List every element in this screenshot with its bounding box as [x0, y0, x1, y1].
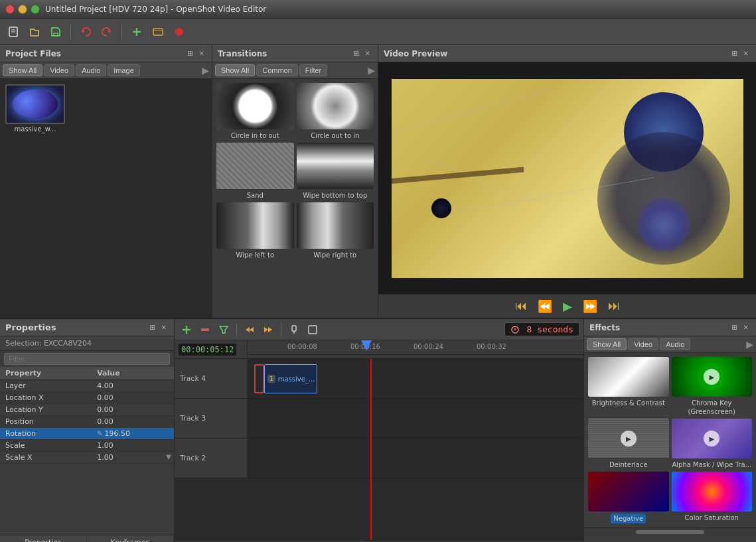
track-2-content[interactable] — [248, 439, 583, 478]
properties-close-icon[interactable]: ✕ — [159, 323, 169, 332]
effect-alpha-mask[interactable]: ▶ Alpha Mask / Wipe Tra... — [672, 419, 753, 469]
timeline-filter-button[interactable] — [216, 322, 232, 338]
effects-panel-title: Effects — [589, 323, 620, 332]
new-button[interactable] — [4, 23, 23, 41]
rewind-button[interactable]: ⏪ — [535, 298, 555, 315]
rewind-start-button[interactable]: ⏮ — [512, 298, 530, 314]
transitions-tab-common[interactable]: Common — [256, 64, 298, 76]
transitions-grid: Circle in to out Circle out to in Sand W… — [212, 79, 378, 263]
close-button[interactable] — [5, 5, 15, 14]
effect-brightness-contrast[interactable]: Brightness & Contrast — [588, 357, 669, 416]
transition-wipe-left[interactable]: Wipe left to — [216, 202, 294, 259]
alphamask-play-icon: ▶ — [704, 431, 719, 446]
duration-label: 8 seconds — [527, 324, 573, 334]
video-preview-close-icon[interactable]: ✕ — [741, 49, 751, 58]
tab-keyframes[interactable]: Keyframes — [87, 535, 174, 542]
add-button[interactable] — [127, 23, 146, 41]
effects-grid: Brightness & Contrast ▶ Chroma Key (Gree… — [584, 353, 756, 527]
add-marker-button[interactable] — [286, 322, 302, 338]
fast-forward-button[interactable]: ⏩ — [580, 298, 600, 315]
save-button[interactable] — [46, 23, 65, 41]
time-marker-24: 00:00:24 — [414, 343, 443, 350]
track-3-content[interactable] — [248, 399, 583, 438]
properties-panel: Properties ⊞ ✕ Selection: EXCCA8V204 Pro… — [0, 319, 175, 542]
minimize-button[interactable] — [18, 5, 27, 14]
record-button[interactable] — [170, 23, 189, 41]
undo-button[interactable] — [76, 23, 95, 41]
play-button[interactable]: ▶ — [560, 298, 575, 315]
redo-button[interactable] — [98, 23, 116, 41]
file-item[interactable]: massive_w... — [5, 84, 65, 133]
transition-label-wipe-right: Wipe right to — [313, 251, 356, 259]
maximize-button[interactable] — [31, 5, 40, 14]
track-2-label: Track 2 — [175, 439, 248, 478]
transition-circle-out-in[interactable]: Circle out to in — [297, 83, 374, 140]
remove-clip-button[interactable] — [197, 322, 213, 338]
timeline-extra-button[interactable] — [305, 322, 321, 338]
effect-color-saturation[interactable]: Color Saturation — [672, 472, 753, 523]
tab-properties[interactable]: Properties — [0, 535, 87, 542]
add-clip-button[interactable] — [179, 322, 194, 338]
prop-rotation-value: ✎ 196.50 — [92, 428, 174, 439]
properties-filter-input[interactable] — [4, 353, 170, 365]
video-preview-menu-icon[interactable]: ⊞ — [729, 49, 739, 58]
rotation-edit-icon: ✎ — [97, 430, 102, 437]
tab-video[interactable]: Video — [44, 64, 74, 76]
effects-menu-icon[interactable]: ⊞ — [729, 323, 739, 332]
track-4-transition — [254, 364, 264, 393]
transitions-tab-overflow[interactable]: ▶ — [368, 65, 375, 76]
effect-chroma-key[interactable]: ▶ Chroma Key (Greenscreen) — [672, 357, 753, 416]
transition-label-circle-out: Circle out to in — [311, 131, 359, 140]
clip-massive[interactable]: 1 massive_... — [264, 364, 317, 393]
tab-overflow-icon[interactable]: ▶ — [202, 65, 209, 76]
properties-panel-controls: ⊞ ✕ — [147, 323, 169, 332]
transition-thumb-wipe-bt — [297, 143, 374, 189]
timeline-forward-button[interactable] — [260, 322, 276, 338]
panel-menu-icon[interactable]: ⊞ — [185, 49, 194, 58]
tab-audio[interactable]: Audio — [76, 64, 106, 76]
effects-close-icon[interactable]: ✕ — [741, 323, 751, 332]
track-4-content[interactable]: 1 massive_... — [248, 359, 583, 398]
title-bar: Untitled Project [HDV 720 24p] - OpenSho… — [0, 0, 756, 19]
transitions-menu-icon[interactable]: ⊞ — [351, 49, 360, 58]
tab-show-all[interactable]: Show All — [3, 64, 42, 76]
transition-wipe-right[interactable]: Wipe right to — [297, 202, 374, 259]
effect-label-negative: Negative — [611, 513, 646, 523]
timeline-content: 00:00:05:12 00:00:08 00:00:16 00:00:24 0… — [175, 340, 583, 542]
transitions-close-icon[interactable]: ✕ — [363, 49, 372, 58]
forward-end-button[interactable]: ⏭ — [605, 298, 623, 314]
panel-close-icon[interactable]: ✕ — [197, 49, 206, 58]
effects-scroll-thumb[interactable] — [636, 530, 705, 534]
effects-tab-audio[interactable]: Audio — [660, 338, 690, 350]
transitions-tab-filter[interactable]: Filter — [299, 64, 327, 76]
transitions-title: Transitions — [218, 49, 267, 58]
timeline-rewind-button[interactable] — [242, 322, 258, 338]
transitions-tab-showall[interactable]: Show All — [215, 64, 255, 76]
transition-sand[interactable]: Sand — [216, 143, 294, 200]
effects-panel: Effects ⊞ ✕ Show All Video Audio ▶ Brigh… — [583, 319, 756, 542]
transition-circle-in-out[interactable]: Circle in to out — [216, 83, 294, 140]
project-files-panel: Project Files ⊞ ✕ Show All Video Audio I… — [0, 45, 212, 318]
table-row-selected[interactable]: Rotation ✎ 196.50 — [0, 428, 174, 440]
effects-tab-showall[interactable]: Show All — [587, 338, 627, 350]
timeline-sep-2 — [281, 323, 281, 336]
properties-menu-icon[interactable]: ⊞ — [147, 323, 157, 332]
prop-scalex-value: 1.00 ▼ — [92, 452, 174, 464]
svg-marker-14 — [220, 326, 228, 333]
effects-tab-video[interactable]: Video — [628, 338, 658, 350]
effect-negative[interactable]: Negative — [588, 472, 669, 523]
toolbar-separator-1 — [70, 24, 71, 40]
project-button[interactable] — [149, 23, 167, 41]
prop-locationy-value: 0.00 — [92, 404, 174, 416]
video-canvas — [392, 79, 743, 278]
effect-deinterlace[interactable]: ▶ Deinterlace — [588, 419, 669, 469]
transition-wipe-bt[interactable]: Wipe bottom to top — [297, 143, 374, 200]
main-area: Project Files ⊞ ✕ Show All Video Audio I… — [0, 45, 756, 318]
project-files-content: massive_w... — [0, 79, 212, 318]
current-time-box: 00:00:05:12 — [175, 340, 248, 358]
tab-image[interactable]: Image — [108, 64, 140, 76]
open-button[interactable] — [25, 23, 44, 41]
transition-thumb-circle-out — [297, 83, 374, 129]
window-title: Untitled Project [HDV 720 24p] - OpenSho… — [45, 5, 266, 14]
effects-tab-overflow[interactable]: ▶ — [746, 339, 753, 350]
